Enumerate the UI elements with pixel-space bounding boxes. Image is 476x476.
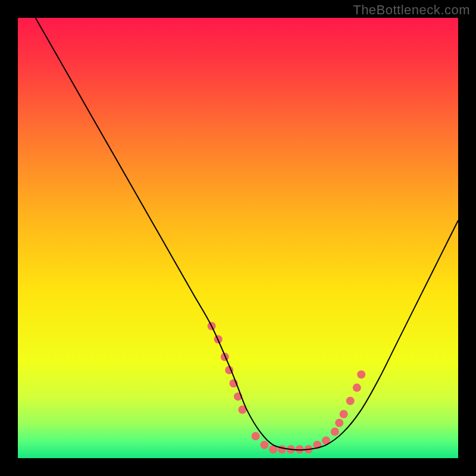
plot-area [18, 18, 458, 458]
gradient-background [18, 18, 458, 458]
chart-svg [18, 18, 458, 458]
highlight-dot [357, 370, 365, 378]
highlight-dot [346, 397, 355, 405]
highlight-dot [353, 384, 361, 392]
chart-frame: TheBottleneck.com [0, 0, 476, 476]
highlight-dot [335, 419, 343, 427]
watermark-text: TheBottleneck.com [353, 2, 470, 18]
highlight-dot [278, 445, 286, 453]
highlight-dot [260, 441, 268, 449]
highlight-dot [340, 410, 348, 418]
highlight-dot [331, 428, 339, 436]
highlight-dot [252, 432, 260, 440]
